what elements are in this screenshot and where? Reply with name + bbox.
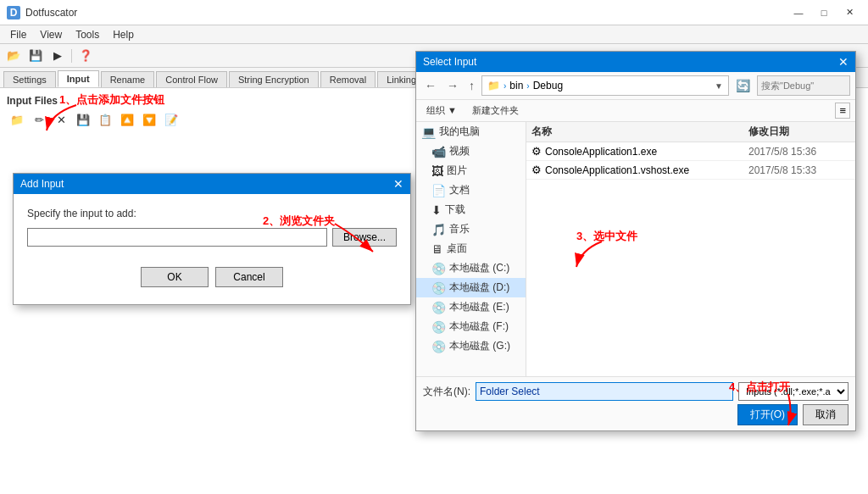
add-input-titlebar: Add Input ✕	[14, 174, 410, 194]
tree-item-desktop[interactable]: 🖥 桌面	[416, 239, 526, 258]
file-dialog-cancel-button[interactable]: 取消	[803, 404, 849, 425]
filename-row: 文件名(N): Inputs (*.dll;*.exe;*.a	[423, 382, 849, 401]
add-input-row: Browse...	[27, 228, 397, 247]
search-input[interactable]	[757, 75, 850, 96]
tree-label-drive-c: 本地磁盘 (C:)	[449, 261, 509, 275]
add-input-body: Specify the input to add: Browse... OK C…	[14, 194, 410, 304]
add-input-text-field[interactable]	[27, 228, 327, 247]
desktop-icon: 🖥	[431, 242, 443, 256]
minimize-button[interactable]: —	[787, 4, 810, 21]
copy-button[interactable]: 📋	[95, 110, 115, 129]
tree-item-drive-d[interactable]: 💿 本地磁盘 (D:)	[416, 278, 526, 297]
video-icon: 📹	[431, 145, 446, 158]
move-up-button[interactable]: 🔼	[117, 110, 137, 129]
remove-button[interactable]: ✕	[51, 110, 71, 129]
app-icon: D	[7, 6, 20, 19]
move-down-button[interactable]: 🔽	[139, 110, 159, 129]
col-date: 修改日期	[748, 125, 850, 139]
view-toggle-button[interactable]: ≡	[835, 103, 850, 119]
menu-view[interactable]: View	[33, 27, 69, 42]
toolbar-separator	[71, 49, 72, 63]
tree-item-drive-c[interactable]: 💿 本地磁盘 (C:)	[416, 258, 526, 278]
menu-tools[interactable]: Tools	[69, 27, 106, 42]
documents-icon: 📄	[431, 184, 446, 197]
nav-refresh-button[interactable]: 🔄	[732, 77, 754, 94]
path-bar: 📁 › bin › Debug ▼	[481, 75, 729, 96]
drive-g-icon: 💿	[431, 340, 446, 353]
tree-label-documents: 文档	[449, 183, 470, 197]
tab-control-flow[interactable]: Control Flow	[156, 71, 227, 87]
col-name: 名称	[531, 125, 748, 139]
tree-label-drive-e: 本地磁盘 (E:)	[449, 300, 509, 314]
file-dialog-titlebar: Select Input ✕	[416, 52, 855, 72]
tree-item-downloads[interactable]: ⬇ 下载	[416, 200, 526, 219]
path-dropdown-arrow: ▼	[715, 81, 723, 91]
tree-label-pictures: 图片	[447, 164, 467, 178]
maximize-button[interactable]: □	[812, 4, 836, 21]
tree-label-music: 音乐	[449, 222, 470, 236]
pictures-icon: 🖼	[431, 164, 443, 178]
file-name-vshost: ConsoleApplication1.vshost.exe	[545, 164, 745, 176]
file-dialog-right-panel: 名称 修改日期 ⚙ ConsoleApplication1.exe 2017/5…	[526, 122, 855, 376]
tab-string-encryption[interactable]: String Encryption	[229, 71, 319, 87]
tree-label-video: 视频	[449, 144, 470, 158]
file-dialog-bottom: 文件名(N): Inputs (*.dll;*.exe;*.a 打开(O) 取消	[416, 376, 855, 430]
drive-e-icon: 💿	[431, 301, 446, 314]
path-debug: Debug	[533, 80, 563, 92]
run-button[interactable]: ▶	[47, 47, 68, 65]
new-folder-button[interactable]: 新建文件夹	[467, 103, 524, 119]
tree-item-drive-e[interactable]: 💿 本地磁盘 (E:)	[416, 297, 526, 317]
tree-item-drive-g[interactable]: 💿 本地磁盘 (G:)	[416, 336, 526, 356]
tree-label-desktop: 桌面	[447, 241, 467, 256]
file-date-exe: 2017/5/8 15:36	[748, 146, 850, 158]
ok-button[interactable]: OK	[141, 267, 209, 287]
tree-item-pictures[interactable]: 🖼 图片	[416, 161, 526, 180]
edit-button[interactable]: ✏	[29, 110, 49, 129]
downloads-icon: ⬇	[431, 203, 442, 217]
path-icon: 📁	[487, 80, 500, 92]
file-dialog-close-button[interactable]: ✕	[838, 55, 849, 69]
nav-up-button[interactable]: ↑	[465, 77, 478, 94]
file-dialog-toolbar2: 组织 ▼ 新建文件夹 ≡	[416, 100, 855, 122]
nav-forward-button[interactable]: →	[443, 77, 462, 94]
path-bin: bin	[509, 80, 523, 92]
add-file-button[interactable]: 📁	[7, 110, 27, 129]
menu-help[interactable]: Help	[106, 27, 141, 42]
open-button[interactable]: 打开(O)	[737, 404, 798, 425]
file-list-header: 名称 修改日期	[526, 122, 855, 142]
tree-label-drive-f: 本地磁盘 (F:)	[449, 319, 509, 334]
add-input-close-button[interactable]: ✕	[393, 177, 403, 191]
file-dialog-nav-toolbar: ← → ↑ 📁 › bin › Debug ▼ 🔄	[416, 72, 855, 100]
organize-button[interactable]: 组织 ▼	[421, 103, 462, 119]
tree-item-music[interactable]: 🎵 音乐	[416, 219, 526, 239]
properties-button[interactable]: 📝	[161, 110, 181, 129]
tab-settings[interactable]: Settings	[3, 71, 56, 87]
close-button[interactable]: ✕	[837, 4, 861, 21]
filetype-dropdown[interactable]: Inputs (*.dll;*.exe;*.a	[738, 382, 849, 401]
tree-label-drive-g: 本地磁盘 (G:)	[449, 339, 510, 353]
filename-input[interactable]	[476, 382, 733, 401]
file-dialog-title: Select Input	[423, 56, 476, 68]
save-file-button[interactable]: 💾	[73, 110, 93, 129]
tree-item-computer[interactable]: 💻 我的电脑	[416, 122, 526, 142]
open-button[interactable]: 📂	[3, 47, 24, 65]
tab-rename[interactable]: Rename	[101, 71, 155, 87]
filename-label: 文件名(N):	[423, 385, 470, 399]
tree-item-video[interactable]: 📹 视频	[416, 142, 526, 161]
browse-button[interactable]: Browse...	[332, 228, 397, 247]
window-controls: — □ ✕	[787, 4, 861, 21]
tree-label-computer: 我的电脑	[439, 125, 480, 139]
file-item-exe[interactable]: ⚙ ConsoleApplication1.exe 2017/5/8 15:36	[526, 142, 855, 161]
file-item-vshost[interactable]: ⚙ ConsoleApplication1.vshost.exe 2017/5/…	[526, 161, 855, 180]
help-button[interactable]: ❓	[75, 47, 96, 65]
menu-file[interactable]: File	[3, 27, 33, 42]
nav-back-button[interactable]: ←	[421, 77, 440, 94]
file-dialog-left-panel: 💻 我的电脑 📹 视频 🖼 图片 📄 文档 ⬇ 下载 🎵 音乐	[416, 122, 526, 376]
cancel-button[interactable]: Cancel	[215, 267, 283, 287]
tab-input[interactable]: Input	[58, 70, 99, 87]
drive-d-icon: 💿	[431, 281, 446, 295]
save-button[interactable]: 💾	[25, 47, 46, 65]
tab-removal[interactable]: Removal	[320, 71, 376, 87]
tree-item-documents[interactable]: 📄 文档	[416, 180, 526, 200]
tree-item-drive-f[interactable]: 💿 本地磁盘 (F:)	[416, 317, 526, 336]
